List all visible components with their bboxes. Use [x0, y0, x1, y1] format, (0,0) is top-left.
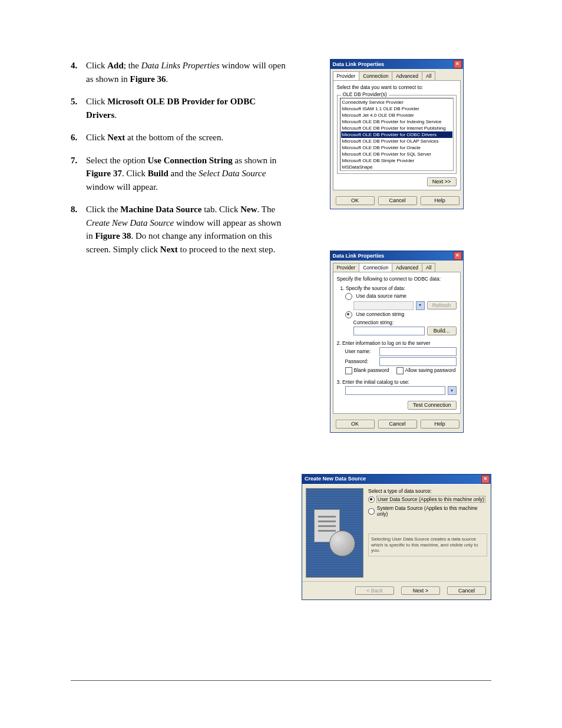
provider-list-item[interactable]: Microsoft OLE DB Provider for SQL Server	[341, 151, 452, 157]
provider-list-item[interactable]: Microsoft Jet 4.0 OLE DB Provider	[341, 112, 452, 118]
cancel-button[interactable]: Cancel	[447, 587, 486, 595]
dialog-titlebar: Create New Data Source ×	[302, 475, 491, 484]
cancel-button[interactable]: Cancel	[378, 196, 417, 205]
tab-advanced[interactable]: Advanced	[392, 263, 422, 272]
step-body: Click Next at the bottom of the screen.	[86, 131, 287, 144]
help-button[interactable]: Help	[421, 196, 459, 205]
groupbox-label: OLE DB Provider(s)	[341, 91, 389, 97]
provider-list-item[interactable]: Microsoft OLE DB Simple Provider	[341, 157, 452, 164]
provider-list-item[interactable]: Connectivity Service Provider	[341, 99, 452, 106]
step-number: 6.	[71, 131, 86, 144]
allow-saving-password-checkbox[interactable]: Allow saving password	[396, 367, 456, 374]
step-number: 4.	[71, 59, 86, 73]
provider-listbox[interactable]: Connectivity Service ProviderMicrosoft I…	[340, 98, 454, 171]
dialog-button-row: OK Cancel Help	[330, 416, 463, 432]
tab-connection[interactable]: Connection	[359, 263, 392, 272]
close-icon[interactable]: ×	[454, 252, 462, 260]
provider-list-item[interactable]: MSDataShape	[341, 164, 452, 170]
user-data-source-radio[interactable]: User Data Source (Applies to this machin…	[368, 496, 487, 503]
cancel-button[interactable]: Cancel	[378, 420, 417, 429]
tab-all[interactable]: All	[422, 71, 435, 80]
create-new-data-source-dialog: Create New Data Source × Select a type o…	[302, 474, 491, 601]
provider-list-item[interactable]: Microsoft OLE DB Provider for OLAP Servi…	[341, 138, 452, 144]
provider-list-item[interactable]: Microsoft OLE DB Provider for Indexing S…	[341, 118, 452, 125]
dialog-title: Data Link Properties	[333, 61, 385, 68]
system-data-source-radio[interactable]: System Data Source (Applies to this mach…	[368, 505, 487, 517]
dsn-combo	[353, 301, 414, 310]
tab-connection[interactable]: Connection	[359, 71, 392, 80]
data-link-properties-provider-dialog: Data Link Properties × ProviderConnectio…	[330, 59, 464, 209]
next-button[interactable]: Next >	[401, 587, 440, 595]
instruction-step: 5.Click Microsoft OLE DB Provider for OD…	[71, 95, 287, 121]
provider-list-item[interactable]: Microsoft OLE DB Provider for ODBC Drive…	[341, 131, 452, 138]
provider-list-item[interactable]: Microsoft OLE DB Provider for Internet P…	[341, 125, 452, 131]
initial-catalog-combo[interactable]	[345, 386, 445, 395]
password-label: Password:	[345, 358, 377, 364]
instruction-step: 4.Click Add; the Data Links Properties w…	[71, 59, 287, 85]
back-button: < Back	[355, 587, 394, 595]
ok-button[interactable]: OK	[336, 196, 375, 205]
help-button[interactable]: Help	[421, 420, 459, 429]
tab-advanced[interactable]: Advanced	[392, 71, 422, 80]
close-icon[interactable]: ×	[454, 60, 462, 68]
use-dsn-label: Use data source name	[356, 293, 407, 299]
step-body: Click the Machine Data Source tab. Click…	[86, 203, 287, 256]
close-icon[interactable]: ×	[481, 475, 490, 483]
dialog-tabs: ProviderConnectionAdvancedAll	[330, 261, 463, 272]
tab-all[interactable]: All	[422, 263, 435, 272]
dialog-tabs: ProviderConnectionAdvancedAll	[330, 69, 463, 80]
tab-provider[interactable]: Provider	[333, 263, 360, 272]
instruction-step: 7.Select the option Use Connection Strin…	[71, 154, 287, 194]
providers-groupbox: OLE DB Provider(s) Connectivity Service …	[337, 95, 457, 174]
section-2-label: 2. Enter information to log on to the se…	[337, 340, 457, 346]
test-connection-button[interactable]: Test Connection	[408, 401, 457, 410]
instruction-step: 8.Click the Machine Data Source tab. Cli…	[71, 203, 287, 256]
connection-string-input[interactable]	[353, 327, 425, 335]
refresh-button: Refresh	[427, 301, 457, 310]
dialog-title: Data Link Properties	[333, 253, 385, 259]
checkbox-icon	[345, 367, 352, 374]
radio-icon	[368, 496, 375, 503]
intro-text: Specify the following to connect to ODBC…	[337, 276, 457, 282]
username-label: User name:	[345, 348, 377, 354]
section-3-label: 3. Enter the initial catalog to use:	[337, 379, 457, 385]
provider-list-item[interactable]: Microsoft OLE DB Provider for Oracle	[341, 144, 452, 151]
provider-list-item[interactable]: OLE DB Provider for Microsoft Directory …	[341, 170, 452, 171]
user-data-source-label: User Data Source (Applies to this machin…	[377, 496, 485, 502]
document-page: 4.Click Add; the Data Links Properties w…	[0, 0, 562, 728]
instruction-column: 4.Click Add; the Data Links Properties w…	[71, 59, 287, 265]
build-button[interactable]: Build...	[427, 327, 457, 335]
dialog-body: Select a type of data source: User Data …	[302, 484, 491, 581]
dialog-panel: Select the data you want to connect to: …	[333, 80, 461, 190]
radio-icon	[345, 293, 352, 300]
use-dsn-radio-row[interactable]: Use data source name	[337, 293, 457, 300]
provider-list-item[interactable]: Microsoft ISAM 1.1 OLE DB Provider	[341, 106, 452, 112]
section-1-label: 1. Specify the source of data:	[340, 285, 457, 291]
prompt-text: Select the data you want to connect to:	[337, 84, 457, 90]
blank-password-checkbox[interactable]: Blank password	[345, 367, 389, 374]
page-content: 4.Click Add; the Data Links Properties w…	[71, 59, 491, 600]
tab-provider[interactable]: Provider	[333, 71, 360, 80]
use-connection-string-radio-row[interactable]: Use connection string	[337, 311, 457, 318]
use-conn-label: Use connection string	[356, 311, 405, 317]
radio-icon	[368, 508, 375, 515]
step-number: 8.	[71, 203, 86, 216]
ok-button[interactable]: OK	[336, 420, 375, 429]
system-data-source-label: System Data Source (Applies to this mach…	[377, 505, 487, 517]
wizard-art	[306, 488, 363, 578]
dialog-titlebar: Data Link Properties ×	[330, 251, 463, 261]
connection-string-label: Connection string:	[337, 319, 457, 325]
username-input[interactable]	[379, 347, 457, 356]
step-body: Click Add; the Data Links Properties win…	[86, 59, 287, 85]
dialog-button-row: < Back Next > Cancel	[302, 581, 491, 600]
prompt-text: Select a type of data source:	[368, 488, 487, 494]
checkbox-icon	[396, 367, 404, 374]
data-link-properties-connection-dialog: Data Link Properties × ProviderConnectio…	[330, 251, 464, 433]
chevron-down-icon: ▾	[416, 301, 425, 310]
chevron-down-icon[interactable]: ▾	[448, 386, 457, 395]
next-button[interactable]: Next >>	[427, 177, 457, 186]
password-input[interactable]	[379, 357, 457, 366]
footer-rule	[71, 680, 491, 681]
radio-icon	[345, 311, 352, 318]
screenshot-column: Data Link Properties × ProviderConnectio…	[302, 59, 491, 600]
